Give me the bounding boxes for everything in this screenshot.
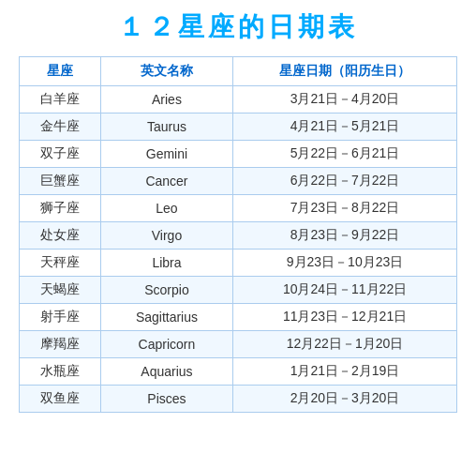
table-row: 巨蟹座Cancer6月22日－7月22日 <box>20 168 457 195</box>
table-row: 天蝎座Scorpio10月24日－11月22日 <box>20 277 457 304</box>
table-row: 处女座Virgo8月23日－9月22日 <box>20 222 457 250</box>
zodiac-en: Taurus <box>100 113 232 141</box>
zodiac-zh: 巨蟹座 <box>20 168 101 195</box>
table-row: 白羊座Aries3月21日－4月20日 <box>20 86 457 113</box>
zodiac-date: 5月22日－6月21日 <box>233 141 457 168</box>
table-row: 水瓶座Aquarius1月21日－2月19日 <box>20 358 457 386</box>
header-date: 星座日期（阳历生日） <box>233 57 457 86</box>
zodiac-en: Leo <box>100 195 232 222</box>
zodiac-en: Pisces <box>100 386 232 413</box>
zodiac-en: Aries <box>100 86 232 113</box>
zodiac-table: 星座 英文名称 星座日期（阳历生日） 白羊座Aries3月21日－4月20日金牛… <box>19 56 457 413</box>
zodiac-zh: 金牛座 <box>20 113 101 141</box>
zodiac-date: 6月22日－7月22日 <box>233 168 457 195</box>
zodiac-zh: 处女座 <box>20 222 101 250</box>
zodiac-date: 2月20日－3月20日 <box>233 386 457 413</box>
zodiac-en: Virgo <box>100 222 232 250</box>
zodiac-en: Capricorn <box>100 331 232 358</box>
header-en: 英文名称 <box>100 57 232 86</box>
zodiac-zh: 狮子座 <box>20 195 101 222</box>
zodiac-date: 12月22日－1月20日 <box>233 331 457 358</box>
zodiac-zh: 水瓶座 <box>20 358 101 386</box>
table-row: 金牛座Taurus4月21日－5月21日 <box>20 113 457 141</box>
table-row: 狮子座Leo7月23日－8月22日 <box>20 195 457 222</box>
zodiac-date: 8月23日－9月22日 <box>233 222 457 250</box>
zodiac-date: 1月21日－2月19日 <box>233 358 457 386</box>
zodiac-zh: 天蝎座 <box>20 277 101 304</box>
zodiac-en: Scorpio <box>100 277 232 304</box>
zodiac-en: Sagittarius <box>100 304 232 331</box>
table-row: 天秤座Libra9月23日－10月23日 <box>20 250 457 277</box>
zodiac-date: 9月23日－10月23日 <box>233 250 457 277</box>
zodiac-en: Gemini <box>100 141 232 168</box>
zodiac-zh: 摩羯座 <box>20 331 101 358</box>
zodiac-date: 3月21日－4月20日 <box>233 86 457 113</box>
zodiac-date: 4月21日－5月21日 <box>233 113 457 141</box>
header-zh: 星座 <box>20 57 101 86</box>
zodiac-zh: 白羊座 <box>20 86 101 113</box>
zodiac-en: Aquarius <box>100 358 232 386</box>
zodiac-zh: 天秤座 <box>20 250 101 277</box>
zodiac-zh: 双鱼座 <box>20 386 101 413</box>
zodiac-date: 11月23日－12月21日 <box>233 304 457 331</box>
page-title: １２星座的日期表 <box>118 9 358 45</box>
table-row: 双子座Gemini5月22日－6月21日 <box>20 141 457 168</box>
zodiac-date: 7月23日－8月22日 <box>233 195 457 222</box>
zodiac-date: 10月24日－11月22日 <box>233 277 457 304</box>
zodiac-en: Libra <box>100 250 232 277</box>
table-row: 射手座Sagittarius11月23日－12月21日 <box>20 304 457 331</box>
zodiac-zh: 双子座 <box>20 141 101 168</box>
table-row: 摩羯座Capricorn12月22日－1月20日 <box>20 331 457 358</box>
zodiac-en: Cancer <box>100 168 232 195</box>
zodiac-zh: 射手座 <box>20 304 101 331</box>
table-row: 双鱼座Pisces2月20日－3月20日 <box>20 386 457 413</box>
